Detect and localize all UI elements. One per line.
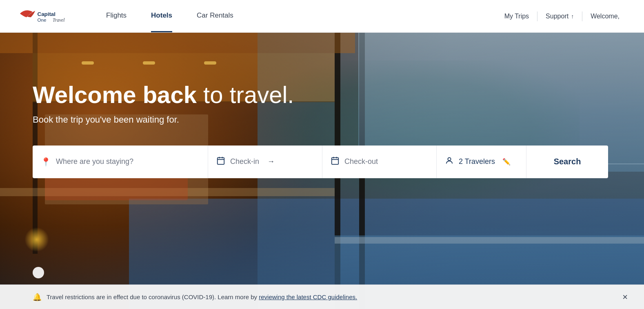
logo[interactable]: Capital One Travel bbox=[16, 6, 82, 27]
nav-hotels[interactable]: Hotels bbox=[151, 11, 172, 21]
nav-right: My Trips Support ↑ Welcome, bbox=[496, 11, 628, 21]
checkin-arrow-icon: → bbox=[267, 157, 275, 166]
navbar: Capital One Travel Flights Hotels Car Re… bbox=[0, 0, 644, 33]
travelers-edit-icon: ✏️ bbox=[502, 158, 511, 166]
hero-subtitle: Book the trip you've been waiting for. bbox=[33, 114, 611, 125]
travelers-field[interactable]: 2 Travelers ✏️ bbox=[437, 146, 526, 178]
svg-point-11 bbox=[448, 158, 451, 161]
hero-section: Welcome back to travel. Book the trip yo… bbox=[0, 33, 644, 309]
welcome-link[interactable]: Welcome, bbox=[582, 13, 628, 20]
svg-text:Capital: Capital bbox=[38, 11, 56, 17]
support-icon: ↑ bbox=[571, 13, 574, 20]
search-bar: 📍 Where are you staying? Check-in → bbox=[33, 146, 563, 178]
support-link[interactable]: Support ↑ bbox=[537, 13, 582, 20]
notification-bell-icon: 🔔 bbox=[33, 293, 42, 302]
svg-rect-7 bbox=[332, 158, 339, 165]
svg-rect-3 bbox=[218, 158, 224, 165]
support-label: Support bbox=[546, 13, 568, 20]
nav-links: Flights Hotels Car Rentals bbox=[106, 11, 496, 21]
notification-banner: 🔔 Travel restrictions are in effect due … bbox=[0, 284, 644, 309]
my-trips-link[interactable]: My Trips bbox=[496, 13, 537, 20]
checkin-label: Check-in bbox=[230, 157, 259, 166]
notification-text: Travel restrictions are in effect due to… bbox=[47, 293, 614, 300]
svg-text:Travel: Travel bbox=[53, 17, 65, 22]
hero-title: Welcome back to travel. bbox=[33, 82, 611, 108]
slide-indicator[interactable] bbox=[33, 267, 44, 278]
destination-placeholder: Where are you staying? bbox=[56, 157, 133, 166]
checkout-calendar-icon bbox=[331, 156, 340, 167]
notification-close-button[interactable]: × bbox=[614, 293, 636, 302]
checkout-label: Check-out bbox=[344, 157, 378, 166]
logo-svg: Capital One Travel bbox=[16, 6, 82, 27]
nav-flights[interactable]: Flights bbox=[106, 11, 127, 21]
destination-field[interactable]: 📍 Where are you staying? bbox=[33, 146, 208, 178]
checkin-calendar-icon bbox=[216, 156, 225, 167]
checkout-field[interactable]: Check-out bbox=[322, 146, 437, 178]
cdc-guidelines-link[interactable]: reviewing the latest CDC guidelines. bbox=[259, 293, 357, 300]
search-button[interactable]: Search bbox=[526, 146, 608, 178]
svg-text:One: One bbox=[38, 17, 47, 22]
location-icon: 📍 bbox=[41, 157, 51, 167]
travelers-person-icon bbox=[445, 156, 454, 167]
checkin-field[interactable]: Check-in → bbox=[208, 146, 322, 178]
travelers-value: 2 Travelers bbox=[459, 157, 495, 166]
hero-content: Welcome back to travel. Book the trip yo… bbox=[0, 33, 644, 178]
nav-car-rentals[interactable]: Car Rentals bbox=[197, 11, 233, 21]
